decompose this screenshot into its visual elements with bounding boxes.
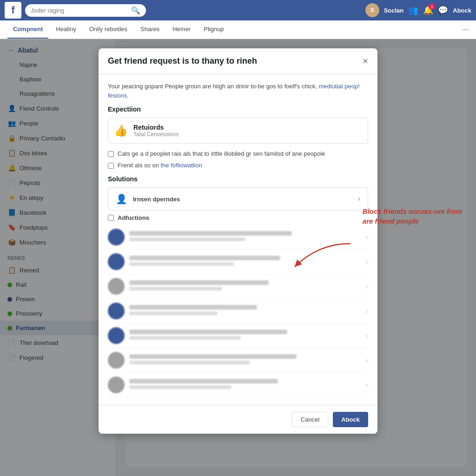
- top-nav: f 🔍 S Soclan 👥 🔔 1 💬 Abock: [0, 0, 476, 20]
- notification-badge: 1: [429, 3, 435, 10]
- blurred-avatar-1: [108, 229, 125, 245]
- blurred-line-3a: [129, 280, 269, 285]
- blurred-line-5a: [129, 330, 287, 334]
- blurred-chevron-7: ›: [366, 381, 368, 389]
- blurred-line-6b: [129, 361, 250, 364]
- blurred-text-1: [129, 231, 361, 243]
- subnav-item-rebvides[interactable]: Onily rebvides: [84, 20, 133, 39]
- modal-close-button[interactable]: ×: [363, 56, 368, 66]
- blurred-line-7a: [129, 379, 278, 383]
- solution-text: Irnsen dperndes: [133, 196, 352, 203]
- modal-header: Get friend request is to thany to rineh …: [99, 48, 377, 74]
- modal-overlay: Block friends norues-om from are friend …: [0, 39, 476, 476]
- actions-row: Adfuctions: [108, 214, 368, 221]
- solutions-section: Solutions 👤 Irnsen dperndes ›: [108, 175, 368, 211]
- expectation-label: Retuiords: [133, 124, 178, 131]
- blurred-text-5: [129, 330, 361, 342]
- checkbox-1[interactable]: [108, 151, 114, 157]
- blurred-avatar-4: [108, 303, 125, 319]
- blurred-line-3b: [129, 287, 222, 291]
- blurred-item-6[interactable]: ›: [108, 348, 368, 373]
- modal-footer: Cancel Abock: [99, 405, 377, 434]
- blurred-chevron-5: ›: [366, 332, 368, 339]
- blurred-item-7[interactable]: ›: [108, 373, 368, 397]
- blurred-chevron-4: ›: [366, 307, 368, 315]
- checkbox-2-link[interactable]: the fofliowatlion: [161, 162, 203, 169]
- blurred-text-6: [129, 354, 361, 366]
- blurred-avatar-3: [108, 278, 125, 295]
- blurred-list: › ›: [108, 225, 368, 397]
- messenger-icon[interactable]: 💬: [438, 5, 448, 15]
- blurred-chevron-3: ›: [366, 283, 368, 290]
- actions-checkbox[interactable]: [108, 215, 114, 221]
- solution-icon: 👤: [116, 193, 127, 205]
- sub-nav: Compnent Healiny Onily rebvides Shares H…: [0, 20, 476, 39]
- blurred-line-1b: [129, 238, 245, 241]
- solutions-title: Solutions: [108, 175, 368, 183]
- subnav-item-plignup[interactable]: Plignup: [198, 20, 229, 39]
- cancel-button[interactable]: Cancel: [292, 412, 328, 427]
- subnav-more[interactable]: ···: [462, 25, 469, 34]
- blurred-avatar-2: [108, 253, 125, 270]
- solution-item-main[interactable]: 👤 Irnsen dperndes ›: [108, 187, 368, 211]
- blurred-line-2b: [129, 262, 234, 266]
- search-input[interactable]: [31, 7, 128, 14]
- blurred-line-7b: [129, 385, 231, 389]
- nav-username: Soclan: [384, 7, 404, 14]
- nav-right: S Soclan 👥 🔔 1 💬 Abock: [365, 3, 471, 17]
- modal: Get friend request is to thany to rineh …: [99, 48, 377, 434]
- subnav-item-compnent[interactable]: Compnent: [7, 20, 48, 39]
- actions-label: Adfuctions: [118, 214, 149, 221]
- blurred-item-5[interactable]: ›: [108, 324, 368, 348]
- subnav-item-healiny[interactable]: Healiny: [50, 20, 81, 39]
- blurred-item-1[interactable]: ›: [108, 225, 368, 250]
- nav-block-label[interactable]: Abock: [453, 7, 471, 14]
- blurred-text-2: [129, 256, 361, 268]
- subnav-item-hemer[interactable]: Hemer: [167, 20, 196, 39]
- expectation-icon: 👍: [114, 124, 128, 137]
- modal-title: Get friend request is to thany to rineh: [108, 56, 257, 66]
- checkbox-2-label: Frenit als so on the fofliowatlion: [118, 162, 202, 169]
- blurred-line-6a: [129, 354, 297, 359]
- checkbox-row-1: Cats ge a d peoplet rais als that to irt…: [108, 150, 368, 157]
- notification-icon[interactable]: 🔔 1: [423, 5, 433, 15]
- expectation-title: Expectiion: [108, 106, 368, 113]
- page-body: → Abatul Naprie Baphow Rssagratiens 👤 Fi…: [0, 39, 476, 476]
- blurred-chevron-6: ›: [366, 357, 368, 364]
- blurred-item-2[interactable]: ›: [108, 250, 368, 274]
- checkbox-row-2: Frenit als so on the fofliowatlion: [108, 162, 368, 169]
- solution-chevron: ›: [358, 195, 360, 203]
- blurred-text-4: [129, 305, 361, 317]
- blurred-line-4a: [129, 305, 257, 310]
- avatar: S: [365, 3, 379, 17]
- checkbox-2[interactable]: [108, 163, 114, 169]
- expectation-sub: Tatal Cenvessions: [133, 131, 178, 138]
- blurred-line-1a: [129, 231, 292, 236]
- blurred-item-3[interactable]: ›: [108, 274, 368, 299]
- blurred-chevron-2: ›: [366, 258, 368, 265]
- blurred-chevron-1: ›: [366, 233, 368, 241]
- blurred-item-4[interactable]: ›: [108, 299, 368, 324]
- modal-description: Your peacing gopant People groun are hii…: [108, 82, 368, 100]
- search-icon: 🔍: [131, 6, 140, 15]
- modal-body: Your peacing gopant People groun are hii…: [99, 74, 377, 405]
- blurred-text-7: [129, 379, 361, 391]
- checkbox-1-label: Cats ge a d peoplet rais als that to irt…: [118, 150, 325, 157]
- expectation-content: Retuiords Tatal Cenvessions: [133, 124, 178, 138]
- blurred-line-2a: [129, 256, 280, 260]
- expectation-box: 👍 Retuiords Tatal Cenvessions: [108, 118, 368, 144]
- friends-icon[interactable]: 👥: [408, 5, 418, 15]
- blurred-avatar-6: [108, 352, 125, 369]
- blurred-avatar-7: [108, 377, 125, 393]
- facebook-logo: f: [5, 2, 21, 19]
- blurred-line-5b: [129, 336, 241, 340]
- search-bar[interactable]: 🔍: [25, 4, 146, 17]
- block-button[interactable]: Abock: [333, 412, 368, 427]
- blurred-avatar-5: [108, 327, 125, 344]
- blurred-text-3: [129, 280, 361, 292]
- subnav-item-shares[interactable]: Shares: [135, 20, 165, 39]
- blurred-line-4b: [129, 311, 218, 315]
